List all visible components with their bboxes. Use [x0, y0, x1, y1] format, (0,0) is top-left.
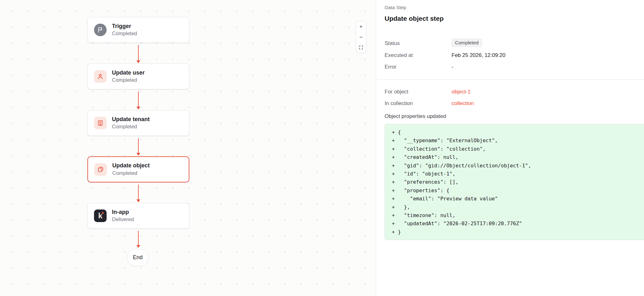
error-label: Error: [385, 64, 397, 70]
edge-arrowhead-icon: [136, 107, 140, 109]
tenant-building-icon: [94, 117, 107, 129]
canvas-zoom-controls: + −: [356, 21, 366, 53]
in-collection-label: In collection: [385, 100, 413, 107]
user-icon: [94, 70, 107, 83]
node-status: Completed: [112, 31, 137, 37]
panel-divider: [376, 79, 644, 80]
object-copy-icon: [94, 163, 107, 176]
zoom-in-button[interactable]: +: [356, 22, 366, 32]
node-status: Completed: [112, 170, 150, 176]
node-title: Update tenant: [112, 116, 150, 123]
node-update-object[interactable]: Update object Completed: [87, 156, 189, 182]
edge-arrowhead-icon: [136, 245, 140, 248]
edge-connector: [138, 45, 139, 61]
for-object-label: For object: [385, 89, 408, 95]
for-object-link[interactable]: object-1: [452, 89, 470, 95]
node-title: Trigger: [112, 23, 137, 30]
node-status: Delivered: [112, 216, 134, 223]
object-properties-diff: + { + "__typename": "ExternalObject", + …: [385, 124, 644, 240]
node-title: Update user: [112, 70, 145, 76]
executed-at-label: Executed at: [385, 52, 413, 59]
fit-view-button[interactable]: [356, 42, 366, 53]
node-title: Update object: [112, 162, 150, 169]
workflow-run-view: Trigger Completed Update user Completed: [0, 0, 644, 296]
error-value: -: [452, 64, 453, 70]
flag-icon: [94, 24, 107, 36]
node-update-user[interactable]: Update user Completed: [87, 64, 189, 89]
status-label: Status: [385, 40, 400, 47]
in-collection-link[interactable]: collection: [452, 100, 474, 107]
node-update-tenant[interactable]: Update tenant Completed: [87, 110, 189, 136]
knock-icon: k: [94, 209, 107, 222]
node-status: Completed: [112, 124, 150, 130]
node-status: Completed: [112, 77, 145, 83]
edge-arrowhead-icon: [136, 60, 140, 63]
end-node-label: End: [133, 254, 142, 261]
zoom-out-button[interactable]: −: [356, 32, 366, 42]
node-title: In-app: [112, 209, 134, 216]
workflow-canvas[interactable]: Trigger Completed Update user Completed: [0, 0, 376, 296]
status-badge: Completed: [452, 38, 482, 47]
step-detail-panel: Data Step Update object step Status Comp…: [376, 0, 644, 296]
edge-arrowhead-icon: [136, 153, 140, 156]
fullscreen-icon: [358, 45, 364, 50]
edge-connector: [138, 185, 139, 200]
object-properties-heading: Object properties updated: [385, 113, 446, 120]
step-type-label: Data Step: [385, 5, 406, 10]
edge-connector: [138, 92, 139, 107]
diff-code: + { + "__typename": "ExternalObject", + …: [392, 128, 644, 236]
node-end[interactable]: End: [127, 249, 148, 266]
executed-at-value: Feb 25 2026, 12:09:20: [452, 52, 505, 59]
edge-arrowhead-icon: [136, 199, 140, 202]
edge-connector: [138, 138, 139, 154]
edge-connector: [138, 231, 139, 246]
node-in-app[interactable]: k In-app Delivered: [87, 203, 189, 229]
node-trigger[interactable]: Trigger Completed: [87, 17, 189, 43]
step-title: Update object step: [385, 15, 444, 22]
